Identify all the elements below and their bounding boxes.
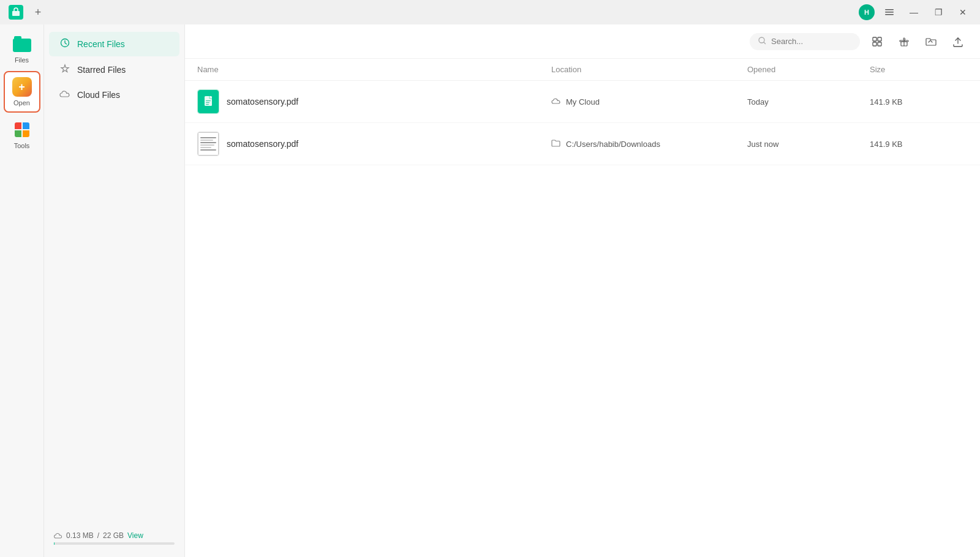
tools-icon	[12, 120, 32, 140]
svg-rect-8	[873, 42, 876, 46]
svg-rect-14	[206, 102, 209, 103]
svg-rect-13	[206, 100, 211, 101]
sidebar-item-files[interactable]: Files	[4, 29, 40, 69]
icon-rail: Files + Open Tools	[0, 24, 44, 557]
storage-separator: /	[97, 531, 99, 540]
file-name-cell: somatosensory.pdf	[197, 89, 551, 114]
storage-view-link[interactable]: View	[127, 531, 143, 540]
cloud-location-icon	[551, 97, 561, 107]
table-row[interactable]: somatosensory.pdf C:/Users/habib/Downloa…	[185, 123, 980, 165]
storage-info: 0.13 MB / 22 GB View	[54, 531, 175, 540]
app-logo	[7, 4, 24, 21]
titlebar-left: +	[7, 4, 45, 21]
search-input[interactable]	[771, 37, 845, 46]
files-table: Name Location Opened Size	[185, 59, 980, 557]
svg-rect-7	[878, 37, 881, 41]
opened-cell: Just now	[747, 140, 870, 149]
folder-open-button[interactable]	[921, 32, 941, 51]
location-cell: C:/Users/habib/Downloads	[551, 139, 747, 149]
col-location-header: Location	[551, 65, 747, 74]
col-opened-header: Opened	[747, 65, 870, 74]
svg-rect-0	[12, 11, 20, 16]
svg-rect-15	[206, 104, 209, 105]
svg-rect-1	[885, 9, 894, 10]
hamburger-menu-button[interactable]	[880, 5, 899, 20]
files-icon	[12, 34, 32, 54]
cloud-icon	[59, 89, 71, 100]
nav-item-starred[interactable]: Starred Files	[49, 58, 179, 82]
nav-item-recent-label: Recent Files	[77, 39, 125, 49]
logo-icon	[9, 5, 23, 20]
titlebar: + H — ❐ ✕	[0, 0, 980, 24]
upload-button[interactable]	[948, 32, 968, 51]
folder-location-icon	[551, 139, 561, 149]
nav-item-starred-label: Starred Files	[77, 65, 126, 75]
storage-used: 0.13 MB	[66, 531, 94, 540]
nav-item-recent[interactable]: Recent Files	[49, 32, 179, 56]
minimize-button[interactable]: —	[904, 5, 924, 20]
gift-button[interactable]	[894, 32, 914, 51]
size-cell: 141.9 KB	[870, 140, 968, 149]
svg-rect-9	[878, 42, 881, 46]
svg-rect-3	[885, 14, 894, 15]
search-box[interactable]	[750, 33, 860, 50]
size-cell: 141.9 KB	[870, 97, 968, 107]
content-area: Name Location Opened Size	[185, 24, 980, 557]
opened-cell: Today	[747, 97, 870, 107]
storage-bar-fill	[54, 542, 55, 545]
add-tab-button[interactable]: +	[31, 5, 45, 20]
maximize-button[interactable]: ❐	[929, 5, 948, 20]
location-cell: My Cloud	[551, 97, 747, 107]
storage-total: 22 GB	[103, 531, 124, 540]
svg-rect-2	[885, 12, 894, 13]
star-icon	[59, 64, 71, 76]
open-icon: +	[12, 77, 32, 97]
file-thumbnail-cloud	[197, 89, 219, 114]
recent-icon	[59, 38, 71, 50]
main-content: Files + Open Tools	[0, 24, 980, 557]
file-name: somatosensory.pdf	[227, 139, 298, 149]
app-window: Files + Open Tools	[0, 24, 980, 557]
nav-item-cloud[interactable]: Cloud Files	[49, 83, 179, 107]
file-name: somatosensory.pdf	[227, 97, 298, 107]
grid-view-button[interactable]	[867, 32, 887, 51]
sidebar-item-open[interactable]: + Open	[4, 71, 40, 113]
open-label: Open	[13, 99, 30, 107]
col-name-header: Name	[197, 65, 551, 74]
table-row[interactable]: somatosensory.pdf My Cloud Today 141.9 K…	[185, 81, 980, 123]
location-text: C:/Users/habib/Downloads	[566, 140, 660, 149]
search-icon	[758, 37, 766, 47]
nav-sidebar: Recent Files Starred Files Cloud Fil	[44, 24, 185, 557]
files-label: Files	[15, 56, 29, 64]
storage-bar	[54, 542, 175, 545]
svg-rect-6	[873, 37, 876, 41]
table-header: Name Location Opened Size	[185, 59, 980, 81]
sidebar-item-tools[interactable]: Tools	[4, 115, 40, 154]
titlebar-controls: H — ❐ ✕	[859, 4, 973, 20]
tools-label: Tools	[14, 142, 30, 149]
file-name-cell: somatosensory.pdf	[197, 132, 551, 156]
location-text: My Cloud	[566, 97, 600, 107]
user-avatar[interactable]: H	[859, 4, 875, 20]
close-button[interactable]: ✕	[953, 5, 973, 20]
nav-item-cloud-label: Cloud Files	[77, 90, 120, 100]
content-toolbar	[185, 24, 980, 59]
col-size-header: Size	[870, 65, 968, 74]
file-thumbnail-local	[197, 132, 219, 156]
